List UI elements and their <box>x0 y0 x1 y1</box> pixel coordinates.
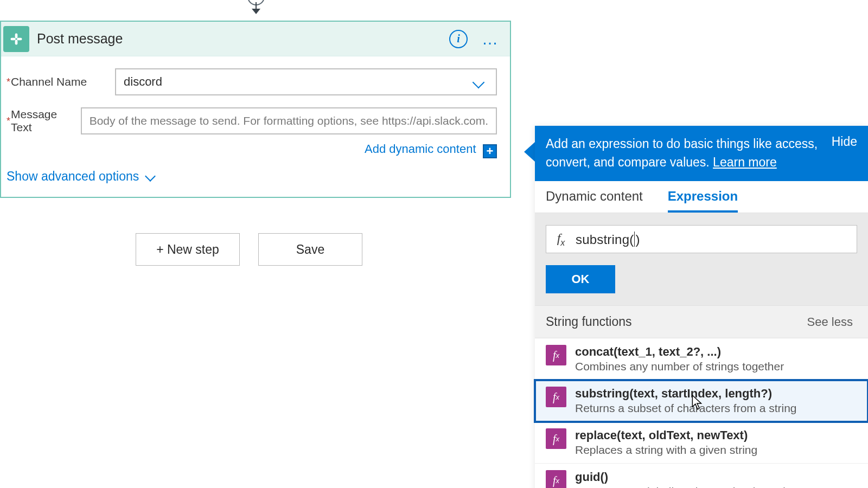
card-header: Post message i … <box>1 22 510 56</box>
expression-input[interactable]: fx substring() <box>546 225 857 253</box>
function-description: Replaces a string with a given string <box>575 444 757 457</box>
learn-more-link[interactable]: Learn more <box>713 155 777 169</box>
callout-arrow-icon <box>524 142 535 162</box>
group-title: String functions <box>546 314 632 329</box>
fx-icon: fx <box>546 428 566 449</box>
hide-link[interactable]: Hide <box>832 134 857 171</box>
function-item[interactable]: fxguid()Generates a globally unique stri… <box>535 464 868 488</box>
function-list: fxconcat(text_1, text_2?, ...)Combines a… <box>535 338 868 488</box>
fx-icon: fx <box>546 231 576 248</box>
required-icon: * <box>7 115 10 127</box>
tab-expression[interactable]: Expression <box>668 189 738 213</box>
fx-icon: fx <box>546 387 566 407</box>
new-step-button[interactable]: + New step <box>136 233 240 266</box>
save-button[interactable]: Save <box>258 233 362 266</box>
svg-rect-0 <box>11 37 16 40</box>
svg-rect-3 <box>15 40 18 44</box>
expression-after: ) <box>635 232 640 247</box>
expression-panel: Add an expression to do basic things lik… <box>535 126 868 488</box>
chevron-down-icon <box>146 172 155 181</box>
required-icon: * <box>7 76 10 88</box>
function-signature: replace(text, oldText, newText) <box>575 428 757 442</box>
info-icon[interactable]: i <box>449 30 468 48</box>
svg-rect-1 <box>17 37 22 40</box>
chevron-down-icon <box>473 77 485 89</box>
function-item[interactable]: fxsubstring(text, startIndex, length?)Re… <box>535 380 868 422</box>
slack-icon <box>3 26 29 52</box>
message-row: * Message Text Body of the message to se… <box>7 107 497 134</box>
channel-value: discord <box>124 75 162 89</box>
fx-icon: fx <box>546 345 566 365</box>
function-signature: guid() <box>575 470 787 484</box>
function-description: Combines any number of strings together <box>575 360 784 373</box>
function-item[interactable]: fxconcat(text_1, text_2?, ...)Combines a… <box>535 338 868 380</box>
function-signature: substring(text, startIndex, length?) <box>575 387 797 401</box>
ok-button[interactable]: OK <box>546 265 615 293</box>
message-input[interactable]: Body of the message to send. For formatt… <box>81 107 497 134</box>
see-less-link[interactable]: See less <box>807 315 853 329</box>
channel-select[interactable]: discord <box>115 68 497 95</box>
channel-label: Channel Name <box>11 75 115 88</box>
advanced-label: Show advanced options <box>7 169 139 184</box>
expression-before: substring( <box>576 232 634 247</box>
card-title: Post message <box>37 31 449 47</box>
banner-text: Add an expression to do basic things lik… <box>546 137 818 169</box>
panel-tabs: Dynamic content Expression <box>535 181 868 213</box>
function-description: Returns a subset of characters from a st… <box>575 402 797 415</box>
fx-icon: fx <box>546 470 566 488</box>
panel-banner: Add an expression to do basic things lik… <box>535 126 868 181</box>
more-icon[interactable]: … <box>482 36 500 42</box>
message-label: Message Text <box>11 108 81 134</box>
function-item[interactable]: fxreplace(text, oldText, newText)Replace… <box>535 422 868 464</box>
tab-dynamic-content[interactable]: Dynamic content <box>546 189 643 213</box>
function-signature: concat(text_1, text_2?, ...) <box>575 345 784 359</box>
flow-arrow-icon <box>247 0 265 18</box>
add-dynamic-content-link[interactable]: Add dynamic content <box>365 142 476 156</box>
svg-rect-2 <box>15 33 18 38</box>
post-message-card: Post message i … * Channel Name discord … <box>0 21 511 198</box>
group-header[interactable]: String functions See less <box>535 305 868 338</box>
action-buttons: + New step Save <box>136 233 362 266</box>
plus-icon[interactable]: + <box>483 144 497 158</box>
channel-row: * Channel Name discord <box>7 68 497 95</box>
function-description: Generates a globally unique string (GUID… <box>575 485 787 488</box>
show-advanced-toggle[interactable]: Show advanced options <box>1 169 510 197</box>
